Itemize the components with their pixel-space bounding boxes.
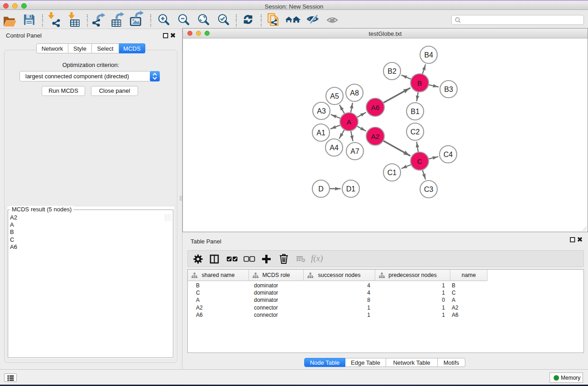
- svg-text:B3: B3: [444, 86, 453, 93]
- svg-text:A: A: [347, 118, 352, 126]
- svg-text:A3: A3: [317, 107, 326, 115]
- svg-text:A6: A6: [371, 104, 380, 111]
- svg-text:B2: B2: [387, 67, 397, 75]
- svg-text:B1: B1: [411, 108, 420, 115]
- svg-text:C4: C4: [444, 151, 453, 158]
- svg-text:C3: C3: [424, 186, 434, 193]
- svg-text:A4: A4: [330, 144, 339, 152]
- svg-text:C: C: [417, 157, 422, 165]
- svg-text:D: D: [318, 185, 324, 193]
- svg-text:A2: A2: [371, 133, 380, 140]
- svg-text:B4: B4: [424, 51, 433, 59]
- svg-text:A5: A5: [330, 92, 339, 100]
- svg-text:A8: A8: [350, 89, 359, 97]
- svg-text:D1: D1: [346, 185, 356, 193]
- svg-text:A7: A7: [350, 148, 359, 155]
- svg-text:A1: A1: [316, 129, 325, 137]
- svg-text:C2: C2: [411, 128, 420, 136]
- svg-text:C1: C1: [387, 169, 397, 176]
- svg-text:B: B: [417, 79, 422, 87]
